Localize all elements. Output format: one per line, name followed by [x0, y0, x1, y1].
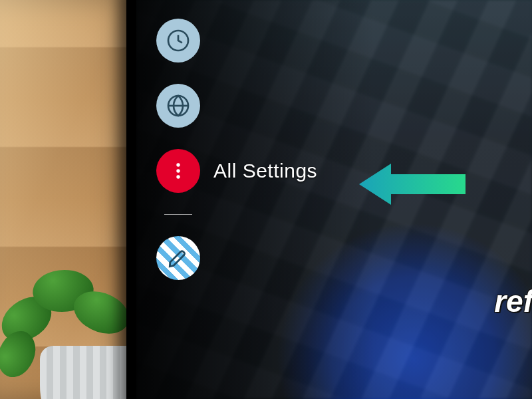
- quick-settings-menu: All Settings: [156, 19, 317, 280]
- edit-icon: [156, 236, 200, 280]
- svg-marker-5: [359, 164, 466, 205]
- menu-item-network[interactable]: [156, 84, 213, 128]
- menu-item-label: All Settings: [213, 160, 317, 182]
- menu-item-edit[interactable]: [156, 236, 213, 280]
- more-vertical-icon: [156, 149, 200, 193]
- svg-point-3: [176, 169, 180, 172]
- globe-icon: [156, 84, 200, 128]
- video-watermark: ref: [494, 283, 532, 319]
- menu-item-all-settings[interactable]: All Settings: [156, 149, 317, 193]
- svg-point-2: [176, 163, 180, 166]
- annotation-arrow-icon: [359, 161, 466, 207]
- clock-icon: [156, 19, 200, 63]
- svg-point-4: [176, 175, 180, 178]
- menu-item-timer[interactable]: [156, 19, 213, 63]
- menu-separator: [164, 214, 192, 215]
- photo-scene: ref: [0, 0, 532, 399]
